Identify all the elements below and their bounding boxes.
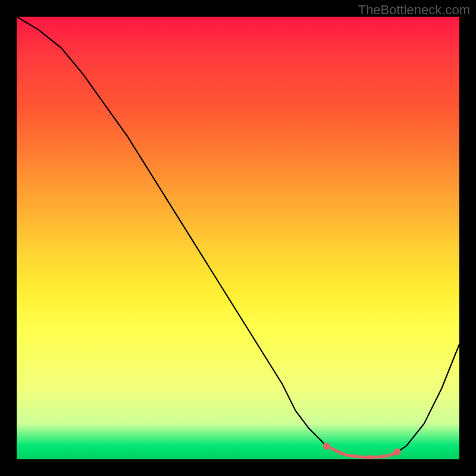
watermark-text: TheBottleneck.com xyxy=(358,2,470,18)
flat-region-dot xyxy=(353,455,356,458)
flat-region-dot xyxy=(367,455,371,459)
bottleneck-curve-line xyxy=(17,17,459,457)
flat-region-start-dot xyxy=(323,443,330,450)
flat-region-dot xyxy=(381,455,385,458)
flat-region-dot xyxy=(339,451,342,455)
flat-region-line xyxy=(327,446,397,458)
flat-region-highlight xyxy=(323,443,401,459)
chart-svg xyxy=(17,17,459,459)
flat-region-end-dot xyxy=(394,449,401,456)
chart-plot-area xyxy=(17,17,459,459)
